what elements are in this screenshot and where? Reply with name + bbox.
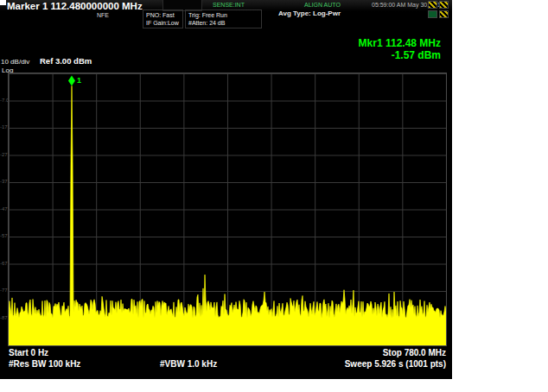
coupling-icon	[439, 10, 449, 18]
ext-ref-icon	[428, 10, 437, 18]
ref-level-label: Ref 3.00 dBm	[40, 56, 92, 66]
pno-annotation: PNO: Fast	[146, 11, 182, 19]
cal-status-icon	[439, 1, 449, 9]
atten-annotation: #Atten: 24 dB	[188, 19, 261, 27]
pno-ifgain-cell: PNO: Fast IF Gain:Low	[143, 9, 183, 28]
spectrum-trace	[9, 85, 446, 345]
marker-1-number-label: 1	[77, 76, 81, 85]
marker-readout: Mkr1 112.48 MHz -1.57 dBm	[359, 37, 441, 61]
nfe-indicator: NFE	[97, 12, 109, 18]
trigger-annotation: Trig: Free Run	[188, 11, 261, 19]
start-frequency-label: Start 0 Hz	[9, 348, 48, 357]
status-icons	[428, 1, 450, 18]
bandwidth-annotation-row: #Res BW 100 kHz #VBW 1.0 kHz Sweep 5.926…	[9, 359, 446, 370]
vbw-label: #VBW 1.0 kHz	[160, 359, 217, 369]
screen-corner-artifact	[0, 0, 6, 5]
frequency-annotation-row: Start 0 Hz Stop 780.0 MHz	[9, 348, 446, 358]
avg-type-annotation: Avg Type: Log-Pwr	[278, 9, 341, 17]
screenshot-canvas: Marker 1 112.480000000 MHz SENSE:INT ALI…	[0, 0, 548, 392]
align-status: ALIGN AUTO	[304, 2, 341, 8]
marker-1-diamond-icon	[68, 75, 75, 85]
trig-atten-cell: Trig: Free Run #Atten: 24 dB	[185, 9, 262, 28]
spectrum-analyzer-screen: Marker 1 112.480000000 MHz SENSE:INT ALI…	[0, 0, 452, 379]
trace-plot: 1	[9, 73, 446, 345]
ifgain-annotation: IF Gain:Low	[146, 19, 182, 27]
marker-frequency-readout: Mkr1 112.48 MHz	[359, 37, 441, 49]
res-bw-label: #Res BW 100 kHz	[9, 359, 80, 369]
sense-status: SENSE:INT	[213, 2, 245, 8]
active-function-text: Marker 1 112.480000000 MHz	[7, 1, 143, 11]
rf-input-icon	[428, 1, 437, 9]
graticule: 1	[9, 73, 446, 345]
stop-frequency-label: Stop 780.0 MHz	[383, 348, 446, 357]
marker-amplitude-readout: -1.57 dBm	[359, 49, 441, 61]
sweep-time-label: Sweep 5.926 s (1001 pts)	[345, 359, 446, 369]
scale-per-div-label: 10 dB/div	[1, 58, 29, 66]
